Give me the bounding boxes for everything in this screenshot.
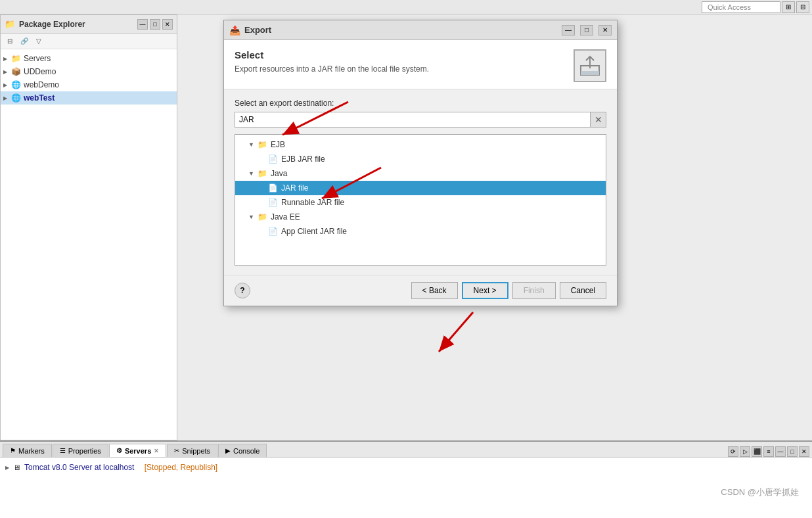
tab-servers[interactable]: ⚙ Servers ✕: [109, 444, 166, 457]
finish-button[interactable]: Finish: [512, 282, 556, 299]
link-editor-btn[interactable]: 🔗: [18, 35, 31, 47]
bottom-tab-actions: ⟳ ▷ ⬛ ≡ — □ ✕: [728, 446, 809, 457]
servers-tab-close[interactable]: ✕: [154, 448, 159, 454]
search-clear-btn[interactable]: ✕: [591, 112, 606, 128]
bottom-close[interactable]: ✕: [799, 446, 809, 457]
export-svg-icon: [578, 54, 602, 78]
dialog-minimize-btn[interactable]: —: [562, 25, 575, 35]
footer-buttons: < Back Next > Finish Cancel: [411, 282, 606, 299]
next-button[interactable]: Next >: [462, 282, 508, 299]
tree-jar-file[interactable]: 📄 JAR file: [235, 181, 606, 195]
console-icon: ▶: [225, 447, 231, 454]
tree-item-uddemo[interactable]: ▶ 📦 UDDemo: [1, 65, 177, 78]
dialog-close-btn[interactable]: ✕: [598, 25, 612, 35]
ejb-folder-icon: 📁: [258, 140, 267, 149]
panel-maximize-btn[interactable]: □: [150, 19, 160, 30]
bottom-action-3[interactable]: ⬛: [752, 446, 762, 457]
tree-arrow-servers: ▶: [3, 56, 11, 62]
tab-markers[interactable]: ⚑ Markers: [3, 444, 52, 457]
package-explorer-panel: 📁 Package Explorer — □ ✕ ⊟ 🔗 ▽ ▶ 📁 Serve…: [0, 14, 177, 440]
snippets-icon: ✂: [174, 447, 179, 454]
search-input[interactable]: [235, 112, 591, 128]
bottom-action-4[interactable]: ≡: [763, 446, 774, 457]
bottom-action-2[interactable]: ▷: [740, 446, 750, 457]
server-icon: 🖥: [13, 463, 20, 471]
bottom-action-1[interactable]: ⟳: [728, 446, 738, 457]
dialog-restore-btn[interactable]: □: [580, 25, 593, 35]
tree-arrow-uddemo: ▶: [3, 69, 11, 75]
back-button[interactable]: < Back: [411, 282, 458, 299]
dialog-body: Select an export destination: ✕ ▼ 📁 EJB …: [224, 89, 617, 275]
tree-item-webtest[interactable]: ▶ 🌐 webTest: [1, 91, 177, 105]
tree-item-servers[interactable]: ▶ 📁 Servers: [1, 52, 177, 65]
export-tree-panel[interactable]: ▼ 📁 EJB 📄 EJB JAR file ▼ 📁 Java: [235, 134, 606, 266]
jar-file-icon: 📄: [268, 183, 278, 193]
collapse-all-btn[interactable]: ⊟: [3, 35, 16, 47]
markers-icon: ⚑: [10, 447, 16, 454]
tab-snippets[interactable]: ✂ Snippets: [167, 444, 217, 457]
cancel-button[interactable]: Cancel: [560, 282, 606, 299]
help-button[interactable]: ?: [235, 283, 250, 298]
export-dialog: 📤 Export — □ ✕ Select Export resources i…: [223, 20, 618, 306]
jar-file-label: JAR file: [281, 183, 308, 193]
bottom-maximize[interactable]: □: [787, 446, 798, 457]
tree-arrow-webtest: ▶: [3, 95, 11, 101]
ejb-label: EJB: [271, 140, 285, 149]
arrow-java: ▼: [248, 170, 258, 177]
dialog-header-desc: Export resources into a JAR file on the …: [235, 64, 429, 74]
java-ee-folder-icon: 📁: [258, 212, 267, 222]
snippets-label: Snippets: [182, 447, 210, 455]
layout-btn-2[interactable]: ⊟: [796, 1, 809, 13]
uddemo-icon: 📦: [11, 67, 21, 76]
ejb-jar-icon: 📄: [268, 154, 278, 164]
dialog-header: Select Export resources into a JAR file …: [224, 40, 617, 89]
panel-title: Package Explorer: [19, 20, 133, 29]
tree-app-client-jar[interactable]: 📄 App Client JAR file: [235, 224, 606, 239]
webtest-label: webTest: [24, 93, 55, 103]
webtest-icon: 🌐: [11, 93, 21, 103]
dialog-icon: 📤: [229, 25, 240, 35]
top-bar: Quick Access ⊞ ⊟: [0, 0, 812, 14]
panel-minimize-btn[interactable]: —: [137, 19, 148, 30]
tree-java-ee[interactable]: ▼ 📁 Java EE: [235, 210, 606, 224]
server-name: Tomcat v8.0 Server at localhost: [24, 463, 134, 472]
tab-console[interactable]: ▶ Console: [218, 444, 267, 457]
arrow-java-ee: ▼: [248, 214, 258, 220]
view-menu-btn[interactable]: ▽: [32, 35, 45, 47]
tree-item-webdemo[interactable]: ▶ 🌐 webDemo: [1, 78, 177, 91]
app-client-icon: 📄: [268, 227, 278, 236]
panel-close-btn[interactable]: ✕: [162, 19, 173, 30]
servers-folder-icon: 📁: [11, 54, 21, 63]
layout-btn-1[interactable]: ⊞: [782, 1, 795, 13]
webdemo-label: webDemo: [24, 80, 59, 89]
dialog-titlebar: 📤 Export — □ ✕: [224, 20, 617, 40]
tree-ejb-jar-file[interactable]: 📄 EJB JAR file: [235, 152, 606, 166]
search-field-row: ✕: [235, 112, 606, 128]
server-item[interactable]: ▶ 🖥 Tomcat v8.0 Server at localhost [Sto…: [5, 460, 807, 475]
tree-runnable-jar[interactable]: 📄 Runnable JAR file: [235, 195, 606, 210]
bottom-minimize[interactable]: —: [775, 446, 786, 457]
tree-java[interactable]: ▼ 📁 Java: [235, 166, 606, 181]
markers-label: Markers: [18, 447, 45, 455]
server-status: [Stopped, Republish]: [145, 463, 217, 472]
svg-rect-1: [581, 71, 599, 75]
properties-label: Properties: [68, 447, 101, 455]
webdemo-icon: 🌐: [11, 80, 21, 89]
tree-ejb[interactable]: ▼ 📁 EJB: [235, 137, 606, 152]
bottom-tabs: ⚑ Markers ☰ Properties ⚙ Servers ✕ ✂ Sni…: [0, 442, 812, 458]
ejb-jar-label: EJB JAR file: [281, 154, 325, 164]
uddemo-label: UDDemo: [24, 67, 56, 76]
ide-background: Quick Access ⊞ ⊟ 📁 Package Explorer — □ …: [0, 0, 812, 518]
tab-properties[interactable]: ☰ Properties: [53, 444, 108, 457]
servers-label: Servers: [24, 54, 51, 63]
dialog-header-title: Select: [235, 49, 429, 60]
panel-toolbar: ⊟ 🔗 ▽: [1, 34, 177, 49]
servers-icon: ⚙: [116, 447, 122, 454]
properties-icon: ☰: [60, 447, 66, 454]
tree-arrow-webdemo: ▶: [3, 82, 11, 88]
console-label: Console: [233, 447, 259, 455]
quick-access-box[interactable]: Quick Access: [702, 1, 780, 13]
watermark: CSDN @小唐学抓娃: [721, 486, 799, 498]
dialog-footer: ? < Back Next > Finish Cancel: [224, 275, 617, 306]
runnable-jar-label: Runnable JAR file: [281, 198, 344, 207]
